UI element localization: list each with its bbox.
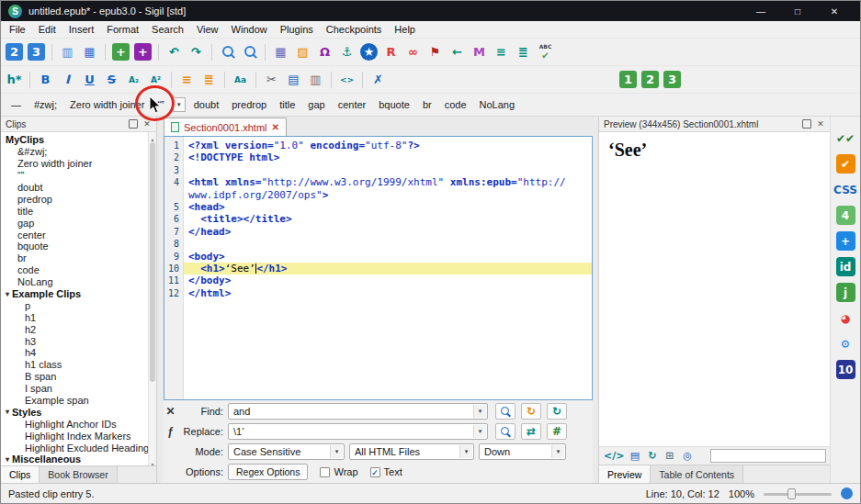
bullet-list-icon[interactable]: ≡	[178, 71, 196, 88]
code-line[interactable]: 7</head>	[164, 226, 592, 238]
panel-tab[interactable]: Preview	[599, 465, 651, 483]
regex-icon[interactable]: R	[382, 43, 400, 61]
menu-item[interactable]: Edit	[32, 21, 62, 39]
clip-button[interactable]: #zwj;	[28, 97, 62, 113]
marked-text-button[interactable]: #	[547, 423, 567, 440]
close-button[interactable]: ✕	[816, 6, 853, 17]
files-combobox[interactable]: All HTML Files	[349, 443, 474, 460]
replace-button[interactable]	[495, 423, 515, 440]
combo-arrow-icon[interactable]	[473, 425, 486, 438]
tree-item[interactable]: “”	[1, 170, 148, 182]
tree-item[interactable]: I span	[1, 383, 148, 395]
panel-tab[interactable]: Book Browser	[40, 466, 117, 483]
plugin-chart-icon[interactable]: ◕	[836, 308, 855, 328]
direction-combobox[interactable]: Down	[479, 443, 566, 460]
clip-button[interactable]: gap	[302, 97, 330, 113]
heading-icon[interactable]: h*	[6, 71, 23, 88]
code-line[interactable]: 12</html>	[164, 287, 592, 299]
scroll-up-icon[interactable]	[149, 132, 156, 140]
special-characters-icon[interactable]: ▦	[272, 43, 289, 61]
menu-item[interactable]: File	[3, 21, 32, 39]
combo-arrow-icon[interactable]	[473, 405, 486, 418]
find-next-button[interactable]	[495, 403, 515, 420]
plugin-heading3-icon[interactable]: 3	[663, 71, 681, 88]
scrollbar-thumb[interactable]	[150, 142, 155, 382]
plugin-checkmarks-icon[interactable]: ✔✔	[836, 129, 855, 148]
insert-image-icon[interactable]: ▨	[294, 43, 312, 61]
combo-arrow-icon[interactable]	[459, 445, 472, 458]
plugin-id-icon[interactable]: id	[836, 257, 855, 276]
plugin-wrench-icon[interactable]: ⚙	[836, 334, 855, 353]
menu-item[interactable]: Checkpoints	[320, 21, 389, 39]
clips-dropdown-button[interactable]	[173, 97, 186, 112]
clip-button[interactable]: NoLang	[474, 97, 521, 113]
tree-item[interactable]: ▾Example Clips	[1, 288, 148, 300]
replace-all-button[interactable]: ↻	[521, 403, 541, 420]
tree-item[interactable]: predrop	[1, 193, 148, 205]
plugin-j-icon[interactable]: j	[836, 283, 855, 302]
back-icon[interactable]: ←	[448, 43, 466, 61]
editor-tab[interactable]: Section0001.xhtml ✕	[164, 118, 287, 136]
subscript-icon[interactable]: A₂	[125, 71, 142, 88]
cut-icon[interactable]: ✂	[263, 71, 280, 88]
tree-item[interactable]: h3	[1, 335, 148, 347]
omega-icon[interactable]: Ω	[316, 43, 334, 61]
panel-tab[interactable]: Table of Contents	[651, 465, 743, 483]
mode-combobox[interactable]: Case Sensitive	[228, 443, 345, 460]
code-line[interactable]: www.idpf.org/2007/ops">	[164, 189, 592, 201]
clips-scrollbar[interactable]	[148, 132, 156, 465]
strikethrough-icon[interactable]: S	[103, 71, 120, 88]
superscript-icon[interactable]: A²	[147, 71, 164, 88]
tree-item[interactable]: p	[1, 299, 148, 311]
code-line[interactable]: 11</body>	[164, 274, 592, 286]
code-view-icon[interactable]: <>	[338, 71, 356, 88]
zoom-reset-button[interactable]	[841, 487, 853, 499]
code-line[interactable]: 6 <title></title>	[164, 213, 592, 225]
tree-item[interactable]: h1 class	[1, 359, 148, 371]
tree-item[interactable]: code	[1, 264, 148, 276]
slider-handle[interactable]	[787, 488, 796, 499]
close-panel-icon[interactable]: ✕	[142, 119, 152, 129]
combo-arrow-icon[interactable]	[551, 445, 564, 458]
reload-icon[interactable]: ↻	[644, 448, 660, 464]
menu-item[interactable]: Format	[100, 21, 145, 39]
redo-icon[interactable]: ↷	[187, 43, 205, 61]
preview-search-input[interactable]	[710, 449, 826, 463]
panel-tab[interactable]: Clips	[1, 466, 40, 483]
code-line[interactable]: 10 <h1>‘See’</h1>	[164, 263, 592, 274]
window-icon[interactable]: ⊞	[662, 448, 677, 464]
plugin-puzzle-icon[interactable]: +	[836, 231, 855, 251]
find-combobox[interactable]: and	[228, 403, 488, 420]
clip-button[interactable]: bquote	[373, 97, 415, 113]
clip-button[interactable]: —	[6, 97, 27, 113]
tree-item[interactable]: h1	[1, 311, 148, 323]
clip-button[interactable]: predrop	[226, 97, 272, 113]
expand-arrow-icon[interactable]: ▾	[6, 290, 9, 298]
scroll-down-icon[interactable]	[149, 457, 156, 465]
globe-icon[interactable]: ◎	[679, 448, 695, 464]
menu-item[interactable]: View	[190, 21, 225, 39]
plugin-heading1-icon[interactable]: 1	[619, 71, 637, 88]
copy-icon[interactable]: ▤	[627, 448, 642, 464]
tab-close-icon[interactable]: ✕	[272, 122, 279, 132]
list-icon[interactable]: ≡	[493, 43, 510, 61]
float-panel-icon[interactable]	[802, 119, 811, 129]
clip-button[interactable]: doubt	[188, 97, 225, 113]
clip-button[interactable]: br	[417, 97, 437, 113]
expand-arrow-icon[interactable]: ▾	[6, 455, 9, 464]
plugin-heading2-icon[interactable]: 2	[641, 71, 659, 88]
float-panel-icon[interactable]	[129, 119, 138, 129]
tree-item[interactable]: doubt	[1, 182, 148, 194]
code-line[interactable]: 4<html xmlns="http://www.w3.org/1999/xht…	[164, 176, 592, 188]
function-icon[interactable]: ƒ	[164, 425, 177, 438]
spellcheck-icon[interactable]: ✔	[537, 43, 554, 61]
tree-item[interactable]: center	[1, 229, 148, 241]
tree-item[interactable]: h4	[1, 347, 148, 359]
code-line[interactable]: 2<!DOCTYPE html>	[164, 151, 592, 163]
case-change-icon[interactable]: Aa	[232, 71, 249, 88]
clip-button[interactable]: Zero width joiner	[64, 97, 150, 113]
ordered-list-icon[interactable]: ≣	[200, 71, 218, 88]
replace-combobox[interactable]: \1’	[228, 423, 488, 440]
tree-item[interactable]: Highlight Excluded Headings	[1, 442, 148, 454]
paste-icon[interactable]: ▥	[307, 71, 324, 88]
